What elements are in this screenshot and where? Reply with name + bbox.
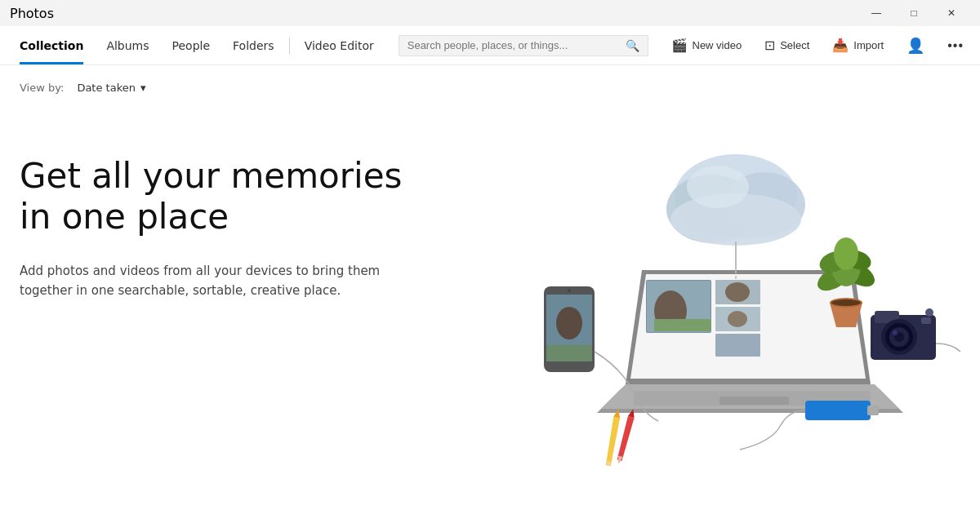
svg-point-45 xyxy=(925,308,933,317)
toolbar-right: 🎬 New video ⊡ Select 📥 Import 👤 ••• xyxy=(662,32,981,60)
search-bar[interactable]: 🔍 xyxy=(399,35,648,56)
svg-point-4 xyxy=(687,166,749,208)
view-by-value: Date taken xyxy=(77,82,136,94)
minimize-button[interactable]: — xyxy=(858,0,895,26)
more-icon: ••• xyxy=(947,38,964,53)
more-button[interactable]: ••• xyxy=(938,33,973,58)
window-controls: — □ ✕ xyxy=(858,0,970,26)
content-area: View by: Date taken ▾ Get all your memor… xyxy=(0,65,980,532)
svg-rect-47 xyxy=(867,406,879,415)
close-button[interactable]: ✕ xyxy=(933,0,970,26)
nav-links: Collection Albums People Folders Video E… xyxy=(8,26,385,64)
title-bar: Photos — □ ✕ xyxy=(0,0,980,26)
description: Add photos and videos from all your devi… xyxy=(20,261,395,300)
select-button[interactable]: ⊡ Select xyxy=(755,33,819,58)
nav-collection[interactable]: Collection xyxy=(8,26,95,64)
svg-rect-44 xyxy=(921,317,931,324)
new-video-button[interactable]: 🎬 New video xyxy=(662,33,752,58)
svg-point-16 xyxy=(725,282,750,302)
import-button[interactable]: 📥 Import xyxy=(822,33,893,58)
svg-point-25 xyxy=(556,307,582,339)
app-title: Photos xyxy=(10,6,54,21)
illustration xyxy=(536,123,960,466)
account-icon: 👤 xyxy=(906,37,924,55)
nav-people[interactable]: People xyxy=(161,26,222,64)
headline: Get all your memoriesin one place xyxy=(20,156,402,238)
svg-point-36 xyxy=(834,237,858,270)
select-icon: ⊡ xyxy=(764,38,775,53)
nav-bar: Collection Albums People Folders Video E… xyxy=(0,26,980,65)
nav-albums[interactable]: Albums xyxy=(95,26,160,64)
maximize-button[interactable]: □ xyxy=(895,0,933,26)
nav-separator xyxy=(289,38,290,54)
svg-point-17 xyxy=(728,311,747,327)
new-video-icon: 🎬 xyxy=(671,38,688,53)
select-label: Select xyxy=(780,39,809,51)
view-by-label: View by: xyxy=(20,82,64,94)
svg-point-27 xyxy=(568,289,571,292)
text-section: Get all your memoriesin one place Add ph… xyxy=(20,123,402,300)
svg-rect-15 xyxy=(715,334,760,357)
main-content: Get all your memoriesin one place Add ph… xyxy=(20,123,960,466)
account-button[interactable]: 👤 xyxy=(897,32,934,60)
new-video-label: New video xyxy=(693,39,742,51)
svg-point-43 xyxy=(893,330,898,335)
view-by-section: View by: Date taken ▾ xyxy=(20,78,960,97)
import-icon: 📥 xyxy=(832,38,849,53)
nav-video-editor[interactable]: Video Editor xyxy=(293,26,385,64)
chevron-down-icon: ▾ xyxy=(140,82,146,94)
svg-point-30 xyxy=(831,299,861,306)
view-by-select[interactable]: Date taken ▾ xyxy=(70,78,152,97)
svg-rect-12 xyxy=(654,319,711,331)
nav-folders[interactable]: Folders xyxy=(221,26,286,64)
search-input[interactable] xyxy=(408,39,619,51)
svg-rect-46 xyxy=(805,401,871,420)
svg-rect-21 xyxy=(719,397,789,405)
search-icon: 🔍 xyxy=(626,39,639,52)
import-label: Import xyxy=(853,39,884,51)
svg-rect-26 xyxy=(546,345,592,361)
